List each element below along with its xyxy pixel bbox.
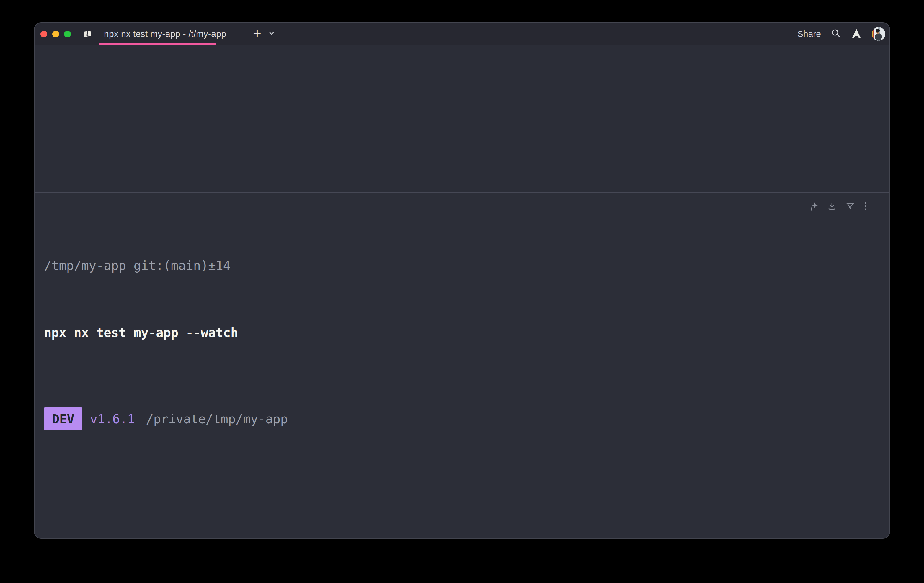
active-tab-indicator bbox=[99, 43, 216, 45]
working-directory: /private/tmp/my-app bbox=[146, 411, 288, 427]
test-file-row: ✓src/app/app.component.spec.ts (3) bbox=[44, 526, 878, 539]
command-block[interactable]: /tmp/my-app git:(main)±14 npx nx test my… bbox=[35, 193, 889, 538]
tab-title: npx nx test my-app - /t/my-app bbox=[104, 29, 226, 39]
titlebar-right: Share bbox=[797, 23, 885, 45]
vitest-version: v1.6.1 bbox=[90, 411, 135, 427]
avatar[interactable] bbox=[872, 27, 885, 41]
close-button[interactable] bbox=[40, 31, 47, 38]
new-tab-button[interactable]: + bbox=[253, 26, 261, 40]
command-text: npx nx test my-app --watch bbox=[44, 324, 878, 341]
block-toolbar bbox=[809, 202, 873, 211]
tab-active[interactable]: npx nx test my-app - /t/my-app bbox=[84, 23, 226, 45]
download-icon[interactable] bbox=[827, 202, 837, 211]
kebab-menu-icon[interactable] bbox=[864, 202, 873, 211]
pages-icon bbox=[84, 30, 93, 38]
share-button[interactable]: Share bbox=[797, 29, 821, 39]
window-controls bbox=[35, 31, 71, 38]
minimize-button[interactable] bbox=[52, 31, 59, 38]
vitest-dev-line: DEV v1.6.1 /private/tmp/my-app bbox=[44, 407, 878, 431]
filter-icon[interactable] bbox=[846, 202, 855, 211]
dev-badge: DEV bbox=[44, 407, 82, 430]
ai-sparkle-icon[interactable] bbox=[809, 202, 818, 211]
tab-actions: + bbox=[253, 23, 276, 45]
terminal-output: /tmp/my-app git:(main)±14 npx nx test my… bbox=[35, 193, 889, 539]
previous-block[interactable] bbox=[35, 45, 889, 193]
chevron-down-icon[interactable] bbox=[268, 30, 276, 38]
prompt-line: /tmp/my-app git:(main)±14 bbox=[44, 258, 878, 274]
warp-logo-icon[interactable] bbox=[851, 28, 862, 40]
terminal-window: npx nx test my-app - /t/my-app + Share bbox=[34, 22, 890, 539]
search-icon[interactable] bbox=[831, 28, 841, 40]
test-tree: ✓src/app/app.component.spec.ts (3) ✓AppC… bbox=[44, 493, 878, 539]
maximize-button[interactable] bbox=[64, 31, 71, 38]
titlebar: npx nx test my-app - /t/my-app + Share bbox=[35, 23, 889, 45]
